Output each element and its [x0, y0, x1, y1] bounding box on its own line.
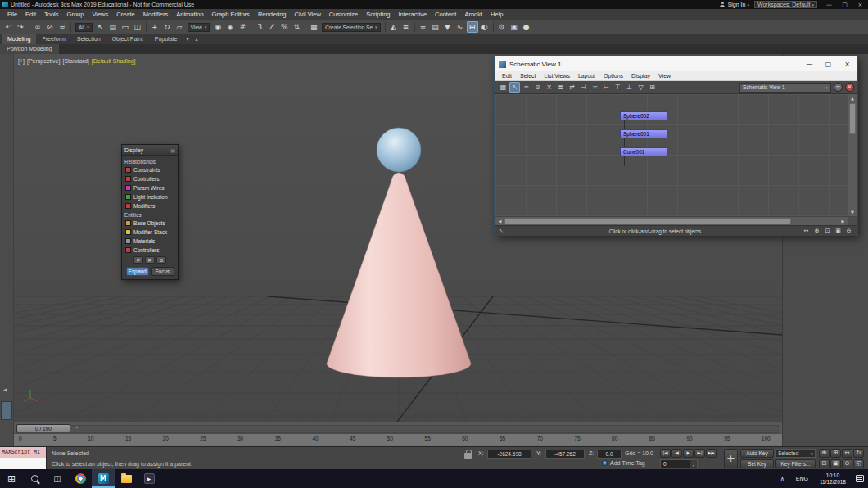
prs-button-r[interactable]: R	[145, 256, 155, 264]
unlink-selection-icon[interactable]: ⊘	[44, 21, 56, 33]
menu-item-create[interactable]: Create	[112, 9, 139, 20]
menu-item-graph-editors[interactable]: Graph Editors	[208, 9, 254, 20]
sv-references-mode-icon[interactable]: ⇄	[567, 82, 577, 93]
cone-object[interactable]	[327, 173, 471, 377]
maximize-button[interactable]: ▢	[837, 0, 852, 9]
sv-remove-view-button[interactable]: −	[834, 83, 843, 92]
set-key-button[interactable]: Set Key	[740, 459, 774, 468]
scroll-up-icon[interactable]: ▲	[848, 94, 857, 102]
menu-item-views[interactable]: Views	[88, 9, 112, 20]
display-item-light-inclusion[interactable]: Light Inclusion	[124, 192, 176, 201]
menu-item-group[interactable]: Group	[63, 9, 88, 20]
sv-menu-view[interactable]: View	[654, 73, 675, 79]
selection-filter-dropdown[interactable]: All▾	[75, 23, 93, 32]
menu-item-civil-view[interactable]: Civil View	[290, 9, 324, 20]
timeline-collapse-icon[interactable]: ◀	[3, 386, 7, 392]
render-production-icon[interactable]: ●	[521, 21, 532, 33]
viewport-label[interactable]: [+][Perspective][Standard][Default Shadi…	[18, 58, 135, 64]
schematic-view-titlebar[interactable]: Schematic View 1 — ▢ ×	[495, 56, 857, 71]
menu-item-interactive[interactable]: Interactive	[394, 9, 431, 20]
select-and-move-icon[interactable]: +	[149, 21, 160, 33]
display-item-constraints[interactable]: Constraints	[124, 165, 176, 174]
schematic-view-icon[interactable]: ⊞	[467, 21, 478, 33]
focus-button[interactable]: Focus	[151, 267, 174, 276]
sv-horizontal-scrollbar[interactable]: ◀ ▶	[495, 216, 857, 225]
go-to-start-button[interactable]: |◀	[660, 449, 671, 458]
auto-key-button[interactable]: Auto Key	[740, 449, 774, 458]
use-pivot-point-icon[interactable]: ◉	[212, 21, 224, 33]
time-slider-handle[interactable]: 0 / 100	[16, 424, 70, 432]
menu-item-edit[interactable]: Edit	[21, 9, 40, 20]
track-bar[interactable]: 0510152025303540455055606570758085909510…	[14, 433, 782, 446]
clock[interactable]: 10:10 11/12/2018	[814, 472, 852, 486]
ribbon-tab-modeling[interactable]: Modeling	[2, 34, 36, 44]
render-setup-icon[interactable]: ⚙	[496, 21, 508, 33]
spinner-snap-icon[interactable]: ⇅	[291, 21, 302, 33]
field-of-view-icon[interactable]: ⊖	[842, 459, 852, 468]
rendered-frame-window-icon[interactable]: ▣	[509, 21, 520, 33]
sv-minimize-button[interactable]: —	[800, 56, 819, 71]
sv-zoom-region-icon[interactable]: ⊡	[823, 228, 832, 234]
task-view-button[interactable]: ◫	[46, 469, 69, 488]
material-editor-icon[interactable]: ◐	[479, 21, 491, 33]
undo-icon[interactable]: ↶	[2, 21, 14, 33]
start-button[interactable]: ⊞	[0, 469, 23, 488]
menu-item-help[interactable]: Help	[486, 9, 507, 20]
viewport-label-segment-0[interactable]: [+]	[18, 58, 25, 64]
next-frame-arrow-icon[interactable]: ›	[73, 424, 81, 432]
menu-item-scripting[interactable]: Scripting	[362, 9, 394, 20]
sv-pan-icon[interactable]: ↔	[802, 228, 811, 234]
curve-editor-icon[interactable]: ∿	[454, 21, 466, 33]
go-to-end-button[interactable]: ▶▶	[706, 449, 717, 458]
x-coordinate-field[interactable]: -2624.598	[487, 450, 531, 459]
polygon-modeling-panel-tab[interactable]: Polygon Modeling	[0, 44, 59, 54]
sign-in-chevron-icon[interactable]: ▾	[747, 2, 749, 7]
sv-menu-edit[interactable]: Edit	[498, 73, 516, 79]
reference-coordinate-dropdown[interactable]: View▾	[188, 23, 210, 32]
ribbon-tab-object-paint[interactable]: Object Paint	[106, 34, 149, 44]
file-explorer-icon[interactable]	[115, 469, 138, 488]
menu-item-animation[interactable]: Animation	[172, 9, 207, 20]
sv-unlink-icon[interactable]: ⊘	[532, 82, 543, 93]
action-center-button[interactable]	[852, 475, 868, 482]
bind-to-space-warp-icon[interactable]: ≈	[57, 21, 68, 33]
maximize-viewport-icon[interactable]: ◱	[853, 459, 864, 468]
display-item-materials[interactable]: Materials	[124, 237, 176, 246]
window-crossing-icon[interactable]: ◫	[132, 21, 143, 33]
sv-zoom-extents-icon[interactable]: ▣	[834, 228, 843, 234]
add-time-tag[interactable]: Add Time Tag	[602, 460, 645, 466]
frame-spinner[interactable]: ▲▼	[690, 460, 697, 468]
viewport-label-segment-1[interactable]: [Perspective]	[27, 58, 60, 64]
expand-button[interactable]: Expand	[126, 267, 149, 276]
key-selection-set-dropdown[interactable]: Selected ▾	[775, 449, 816, 458]
sv-align-right-icon[interactable]: ⊢	[601, 82, 612, 93]
select-and-rotate-icon[interactable]: ↻	[161, 21, 173, 33]
keyboard-shortcut-override-icon[interactable]: #	[237, 21, 248, 33]
sv-menu-list-views[interactable]: List Views	[540, 73, 574, 79]
select-and-manipulate-icon[interactable]: ◈	[224, 21, 236, 33]
select-by-name-icon[interactable]: ▤	[107, 21, 119, 33]
3dsmax-icon[interactable]: M	[92, 469, 115, 488]
display-item-param-wires[interactable]: Param Wires	[124, 183, 176, 192]
z-coordinate-field[interactable]: 0.0	[597, 450, 622, 459]
select-and-scale-icon[interactable]: ▱	[174, 21, 185, 33]
search-button[interactable]	[23, 469, 46, 488]
sv-delete-view-button[interactable]: ×	[845, 83, 854, 92]
chrome-icon[interactable]	[69, 469, 92, 488]
sv-menu-display[interactable]: Display	[627, 73, 654, 79]
viewport-layout-tab[interactable]	[1, 401, 12, 420]
display-item-modifiers[interactable]: Modifiers	[124, 201, 176, 210]
sv-menu-options[interactable]: Options	[599, 73, 627, 79]
sv-zoom-icon[interactable]: ⊕	[812, 228, 821, 234]
percent-snap-icon[interactable]: %	[278, 21, 290, 33]
redo-icon[interactable]: ↷	[15, 21, 26, 33]
named-selection-sets-dropdown[interactable]: Create Selection Se▾	[322, 23, 380, 32]
menu-item-tools[interactable]: Tools	[40, 9, 63, 20]
sv-menu-select[interactable]: Select	[516, 73, 540, 79]
ribbon-config-icon[interactable]: ▴	[192, 34, 201, 44]
sv-vertical-scrollbar[interactable]: ▲ ▼	[848, 94, 857, 216]
sv-display-floater-icon[interactable]: ▦	[498, 82, 509, 93]
sv-maximize-button[interactable]: ▢	[819, 56, 838, 71]
scroll-left-icon[interactable]: ◀	[495, 217, 504, 225]
zoom-extents-icon[interactable]: ⊡	[819, 459, 830, 468]
